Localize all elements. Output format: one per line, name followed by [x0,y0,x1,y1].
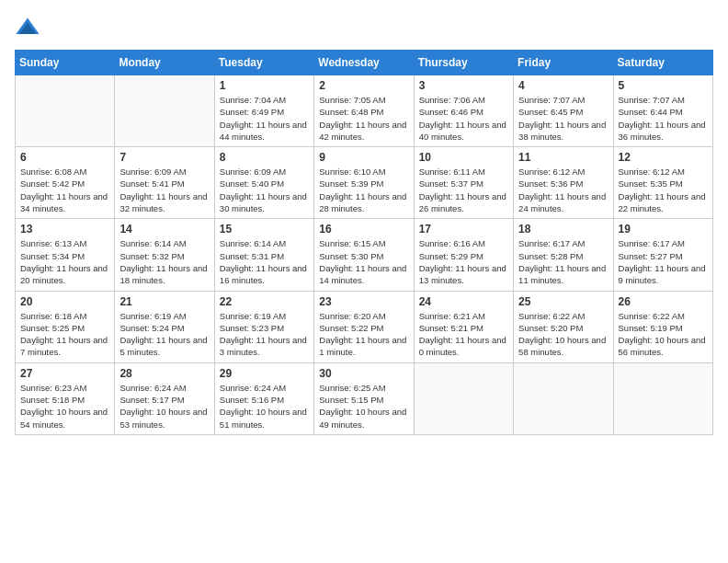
calendar-header-monday: Monday [115,51,214,75]
calendar-cell: 26Sunrise: 6:22 AM Sunset: 5:19 PM Dayli… [613,291,712,362]
day-number: 25 [518,295,608,308]
day-info: Sunrise: 6:24 AM Sunset: 5:16 PM Dayligh… [220,382,309,431]
day-number: 3 [419,79,508,92]
calendar-cell: 16Sunrise: 6:15 AM Sunset: 5:30 PM Dayli… [314,219,414,291]
calendar-cell: 29Sunrise: 6:24 AM Sunset: 5:16 PM Dayli… [214,362,313,434]
day-number: 1 [220,79,309,92]
day-info: Sunrise: 7:04 AM Sunset: 6:49 PM Dayligh… [220,94,309,143]
day-info: Sunrise: 6:08 AM Sunset: 5:42 PM Dayligh… [20,166,109,214]
calendar-week-4: 20Sunrise: 6:18 AM Sunset: 5:25 PM Dayli… [16,291,713,362]
day-info: Sunrise: 6:09 AM Sunset: 5:40 PM Dayligh… [220,166,309,214]
calendar-cell: 14Sunrise: 6:14 AM Sunset: 5:32 PM Dayli… [115,219,214,291]
calendar-week-3: 13Sunrise: 6:13 AM Sunset: 5:34 PM Dayli… [16,219,713,291]
calendar-cell: 30Sunrise: 6:25 AM Sunset: 5:15 PM Dayli… [314,362,414,434]
calendar-header-sunday: Sunday [16,51,115,75]
calendar-cell: 19Sunrise: 6:17 AM Sunset: 5:27 PM Dayli… [613,219,712,291]
day-info: Sunrise: 7:07 AM Sunset: 6:44 PM Dayligh… [619,94,708,143]
calendar-cell: 20Sunrise: 6:18 AM Sunset: 5:25 PM Dayli… [16,291,115,362]
day-info: Sunrise: 7:05 AM Sunset: 6:48 PM Dayligh… [319,94,408,143]
day-info: Sunrise: 6:12 AM Sunset: 5:35 PM Dayligh… [619,166,708,214]
day-number: 23 [319,295,408,308]
calendar-header-wednesday: Wednesday [314,51,414,75]
day-info: Sunrise: 6:11 AM Sunset: 5:37 PM Dayligh… [419,166,508,214]
calendar-cell: 12Sunrise: 6:12 AM Sunset: 5:35 PM Dayli… [613,147,712,219]
day-number: 17 [419,223,508,236]
day-info: Sunrise: 6:19 AM Sunset: 5:23 PM Dayligh… [220,310,309,359]
calendar-cell [16,75,115,147]
day-info: Sunrise: 6:22 AM Sunset: 5:19 PM Dayligh… [619,310,708,359]
calendar-cell: 3Sunrise: 7:06 AM Sunset: 6:46 PM Daylig… [414,75,513,147]
day-info: Sunrise: 6:17 AM Sunset: 5:27 PM Dayligh… [619,237,708,286]
day-number: 29 [220,367,309,380]
day-number: 18 [518,223,608,236]
day-number: 30 [319,367,408,380]
day-info: Sunrise: 6:10 AM Sunset: 5:39 PM Dayligh… [319,166,408,214]
calendar-cell: 13Sunrise: 6:13 AM Sunset: 5:34 PM Dayli… [16,219,115,291]
calendar-cell: 28Sunrise: 6:24 AM Sunset: 5:17 PM Dayli… [115,362,214,434]
day-info: Sunrise: 6:21 AM Sunset: 5:21 PM Dayligh… [419,310,508,359]
calendar-cell: 1Sunrise: 7:04 AM Sunset: 6:49 PM Daylig… [214,75,313,147]
day-info: Sunrise: 7:07 AM Sunset: 6:45 PM Dayligh… [518,94,608,143]
day-number: 26 [619,295,708,308]
calendar-cell: 10Sunrise: 6:11 AM Sunset: 5:37 PM Dayli… [414,147,513,219]
calendar-week-5: 27Sunrise: 6:23 AM Sunset: 5:18 PM Dayli… [16,362,713,434]
day-info: Sunrise: 6:22 AM Sunset: 5:20 PM Dayligh… [518,310,608,359]
day-number: 11 [518,151,608,164]
calendar-cell [613,362,712,434]
day-info: Sunrise: 6:15 AM Sunset: 5:30 PM Dayligh… [319,237,408,286]
calendar-cell: 6Sunrise: 6:08 AM Sunset: 5:42 PM Daylig… [16,147,115,219]
calendar-week-1: 1Sunrise: 7:04 AM Sunset: 6:49 PM Daylig… [16,75,713,147]
calendar-cell: 27Sunrise: 6:23 AM Sunset: 5:18 PM Dayli… [16,362,115,434]
calendar-cell: 4Sunrise: 7:07 AM Sunset: 6:45 PM Daylig… [514,75,613,147]
day-info: Sunrise: 6:13 AM Sunset: 5:34 PM Dayligh… [20,237,109,286]
day-info: Sunrise: 6:14 AM Sunset: 5:32 PM Dayligh… [119,237,209,286]
calendar-cell: 25Sunrise: 6:22 AM Sunset: 5:20 PM Dayli… [514,291,613,362]
calendar-cell [514,362,613,434]
calendar-cell: 7Sunrise: 6:09 AM Sunset: 5:41 PM Daylig… [115,147,214,219]
calendar-cell: 8Sunrise: 6:09 AM Sunset: 5:40 PM Daylig… [214,147,313,219]
header [15,15,713,40]
day-number: 20 [20,295,109,308]
day-info: Sunrise: 6:14 AM Sunset: 5:31 PM Dayligh… [220,237,309,286]
calendar-header-saturday: Saturday [613,51,712,75]
day-number: 9 [319,151,408,164]
day-number: 21 [119,295,209,308]
calendar-cell: 17Sunrise: 6:16 AM Sunset: 5:29 PM Dayli… [414,219,513,291]
calendar-cell: 5Sunrise: 7:07 AM Sunset: 6:44 PM Daylig… [613,75,712,147]
day-info: Sunrise: 6:18 AM Sunset: 5:25 PM Dayligh… [20,310,109,359]
day-number: 14 [119,223,209,236]
calendar-cell: 18Sunrise: 6:17 AM Sunset: 5:28 PM Dayli… [514,219,613,291]
day-number: 8 [220,151,309,164]
day-number: 22 [220,295,309,308]
day-number: 2 [319,79,408,92]
day-number: 6 [20,151,109,164]
calendar-cell: 9Sunrise: 6:10 AM Sunset: 5:39 PM Daylig… [314,147,414,219]
calendar-cell: 21Sunrise: 6:19 AM Sunset: 5:24 PM Dayli… [115,291,214,362]
day-info: Sunrise: 6:12 AM Sunset: 5:36 PM Dayligh… [518,166,608,214]
calendar-header-friday: Friday [514,51,613,75]
calendar-week-2: 6Sunrise: 6:08 AM Sunset: 5:42 PM Daylig… [16,147,713,219]
day-info: Sunrise: 6:16 AM Sunset: 5:29 PM Dayligh… [419,237,508,286]
day-number: 28 [119,367,209,380]
day-number: 5 [619,79,708,92]
day-number: 13 [20,223,109,236]
calendar-cell: 2Sunrise: 7:05 AM Sunset: 6:48 PM Daylig… [314,75,414,147]
day-info: Sunrise: 7:06 AM Sunset: 6:46 PM Dayligh… [419,94,508,143]
calendar-header-row: SundayMondayTuesdayWednesdayThursdayFrid… [16,51,713,75]
day-info: Sunrise: 6:24 AM Sunset: 5:17 PM Dayligh… [119,382,209,431]
calendar-table: SundayMondayTuesdayWednesdayThursdayFrid… [15,50,713,435]
day-number: 15 [220,223,309,236]
day-number: 4 [518,79,608,92]
calendar-cell: 22Sunrise: 6:19 AM Sunset: 5:23 PM Dayli… [214,291,313,362]
day-info: Sunrise: 6:20 AM Sunset: 5:22 PM Dayligh… [319,310,408,359]
calendar-cell: 23Sunrise: 6:20 AM Sunset: 5:22 PM Dayli… [314,291,414,362]
calendar-cell: 15Sunrise: 6:14 AM Sunset: 5:31 PM Dayli… [214,219,313,291]
day-info: Sunrise: 6:23 AM Sunset: 5:18 PM Dayligh… [20,382,109,431]
day-info: Sunrise: 6:09 AM Sunset: 5:41 PM Dayligh… [119,166,209,214]
day-number: 10 [419,151,508,164]
calendar-header-tuesday: Tuesday [214,51,313,75]
logo-icon [15,15,40,40]
logo [15,15,44,40]
calendar-cell [115,75,214,147]
day-number: 16 [319,223,408,236]
